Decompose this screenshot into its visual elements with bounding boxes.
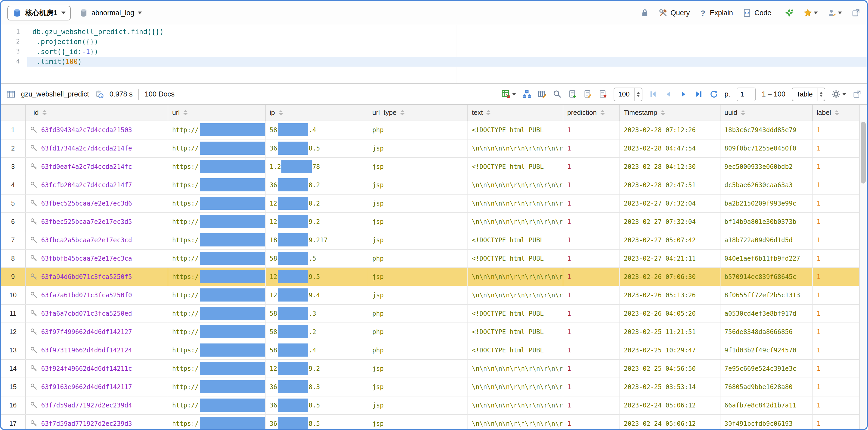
row-number: 11 (10, 310, 17, 317)
ip-suffix: 9.217 (309, 236, 328, 243)
line-number: 2 (1, 37, 27, 47)
query-editor[interactable]: 1db.gzu_webshell_predict.find({})2.proje… (1, 25, 867, 84)
table-row[interactable]: 12 63f97f499662d4d6df142127 http:// 58 .… (1, 322, 859, 341)
url-protocol: http:// (172, 310, 198, 317)
timestamp-value: 2023-02-25 04:56:50 (624, 365, 696, 372)
sort-arrows-icon[interactable] (183, 110, 188, 115)
table-row[interactable]: 6 63fbec525bcaa7e2e17ec3d5 http:// 12 9.… (1, 212, 859, 231)
column-header-uuid[interactable]: uuid (720, 105, 812, 121)
page-number-input[interactable] (737, 87, 755, 101)
column-header-ip[interactable]: ip (265, 105, 368, 121)
url-type-value: jsp (372, 401, 383, 409)
delete-document-button[interactable] (598, 90, 607, 98)
sort-arrows-icon[interactable] (487, 110, 491, 115)
redaction-ip (278, 142, 308, 155)
column-header-text[interactable]: text (467, 105, 563, 121)
url-protocol: https:/ (172, 420, 198, 427)
user-menu-button[interactable] (827, 8, 842, 17)
scrollbar-thumb[interactable] (861, 122, 866, 183)
favorites-menu-button[interactable] (803, 8, 818, 17)
schema-analyzer-button[interactable] (522, 90, 531, 98)
find-document-button[interactable] (553, 90, 562, 98)
ip-prefix: 58 (270, 346, 277, 354)
database-icon (79, 8, 88, 17)
sort-arrows-icon[interactable] (835, 110, 839, 115)
table-row[interactable]: 14 63f924f49662d4d6df14211c https:/ 12 9… (1, 359, 859, 378)
key-icon (30, 309, 37, 317)
table-row[interactable]: 17 63f7d59ad771927d2ec239d3 https:/ 36 8… (1, 414, 859, 429)
timestamp-value: 2023-02-24 05:06:12 (624, 401, 696, 409)
table-row[interactable]: 15 63f9163e9662d4d6df142117 http:// 36 8… (1, 378, 859, 396)
table-row[interactable]: 5 63fbec525bcaa7e2e17ec3d6 https:/ 12 0.… (1, 194, 859, 212)
id-value: 63f9163e9662d4d6df142117 (41, 383, 132, 391)
table-row[interactable]: 2 63fd17344a2c7d4ccda214fe http:// 36 8.… (1, 139, 859, 157)
table-row[interactable]: 3 63fd0eaf4a2c7d4ccda214fc https:/ 1.2 7… (1, 157, 859, 176)
table-row[interactable]: 4 63fcfb204a2c7d4ccda214f7 https:/ 36 8.… (1, 176, 859, 194)
divider (138, 89, 139, 99)
lock-icon[interactable] (640, 8, 649, 17)
docs-count: 100 Docs (145, 90, 175, 98)
settings-button[interactable] (832, 90, 846, 98)
table-row[interactable]: 1 63fd39434a2c7d4ccda21503 http:// 58 .4… (1, 121, 859, 139)
column-header-url[interactable]: url (168, 105, 265, 121)
column-header-prediction[interactable]: prediction (563, 105, 619, 121)
prediction-value: 1 (567, 273, 571, 280)
sort-arrows-icon[interactable] (661, 110, 665, 115)
sort-arrows-icon[interactable] (400, 110, 405, 115)
column-header-label[interactable]: label (812, 105, 859, 121)
label-value: 1 (817, 218, 820, 225)
database-label: abnormal_log (91, 9, 134, 17)
column-label: label (817, 109, 831, 117)
previous-page-button[interactable] (664, 90, 673, 98)
column-header-Timestamp[interactable]: Timestamp (619, 105, 720, 121)
table-row[interactable]: 9 63fa94d6bd071c3fca5250f5 https:/ 12 9.… (1, 267, 859, 286)
table-row[interactable]: 10 63fa7a61bd071c3fca5250f0 http:// 12 9… (1, 286, 859, 304)
view-mode-select[interactable]: Table (792, 87, 825, 101)
first-page-button[interactable] (648, 90, 657, 98)
last-page-button[interactable] (694, 90, 703, 98)
favorite-add-button[interactable] (785, 8, 794, 17)
expand-results-button[interactable] (852, 90, 862, 98)
export-button[interactable] (501, 90, 516, 98)
uuid-value: bf14b9a801e30b0373b (724, 218, 797, 225)
explain-button[interactable]: ? Explain (699, 8, 733, 17)
table-row[interactable]: 16 63f7d59ad771927d2ec239d4 http:// 36 8… (1, 396, 859, 414)
timestamp-value: 2023-02-27 07:32:04 (624, 218, 696, 225)
connection-selector[interactable]: 核心机房1 (7, 5, 70, 20)
ip-suffix: .5 (309, 255, 316, 262)
table-row[interactable]: 11 63fa6a7cbd071c3fca5250ed http:// 58 .… (1, 304, 859, 322)
sort-arrows-icon[interactable] (279, 110, 283, 115)
edit-document-button[interactable] (583, 90, 592, 98)
redaction-url (199, 270, 265, 283)
url-protocol: https:/ (172, 163, 198, 170)
query-button[interactable]: Query (658, 8, 690, 17)
ip-prefix: 12 (270, 365, 277, 372)
person-icon (827, 8, 836, 17)
next-page-button[interactable] (679, 90, 688, 98)
sort-arrows-icon[interactable] (741, 110, 745, 115)
column-label: url_type (372, 109, 397, 117)
refresh-button[interactable] (709, 90, 718, 98)
column-header-url_type[interactable]: url_type (368, 105, 467, 121)
code-button[interactable]: Code (742, 8, 771, 17)
table-row[interactable]: 7 63fbca2a5bcaa7e2e17ec3cd https:/ 18 9.… (1, 231, 859, 249)
add-document-button[interactable] (568, 90, 577, 98)
page-size-stepper[interactable]: 100 (614, 87, 642, 101)
prediction-value: 1 (567, 346, 571, 354)
text-value: <!DOCTYPE html PUBL (472, 328, 544, 335)
edit-table-button[interactable] (538, 90, 547, 98)
collection-grid-icon[interactable] (6, 90, 15, 98)
url-protocol: http:// (172, 328, 198, 335)
sort-arrows-icon[interactable] (600, 110, 605, 115)
results-table: _idurlipurl_typetextpredictionTimestampu… (1, 105, 867, 429)
prediction-value: 1 (567, 291, 571, 299)
table-row[interactable]: 8 63fbbfb45bcaa7e2e17ec3ca http:// 58 .5… (1, 249, 859, 267)
text-value: <!DOCTYPE html PUBL (472, 236, 544, 243)
expand-editor-button[interactable] (851, 8, 860, 17)
column-header-_id[interactable]: _id (25, 105, 168, 121)
vertical-scrollbar[interactable] (859, 105, 867, 429)
database-selector[interactable]: abnormal_log (79, 8, 142, 17)
url-type-value: jsp (372, 218, 383, 225)
sort-arrows-icon[interactable] (42, 110, 46, 115)
table-row[interactable]: 13 63f973119662d4d6df142124 https:/ 58 .… (1, 341, 859, 359)
